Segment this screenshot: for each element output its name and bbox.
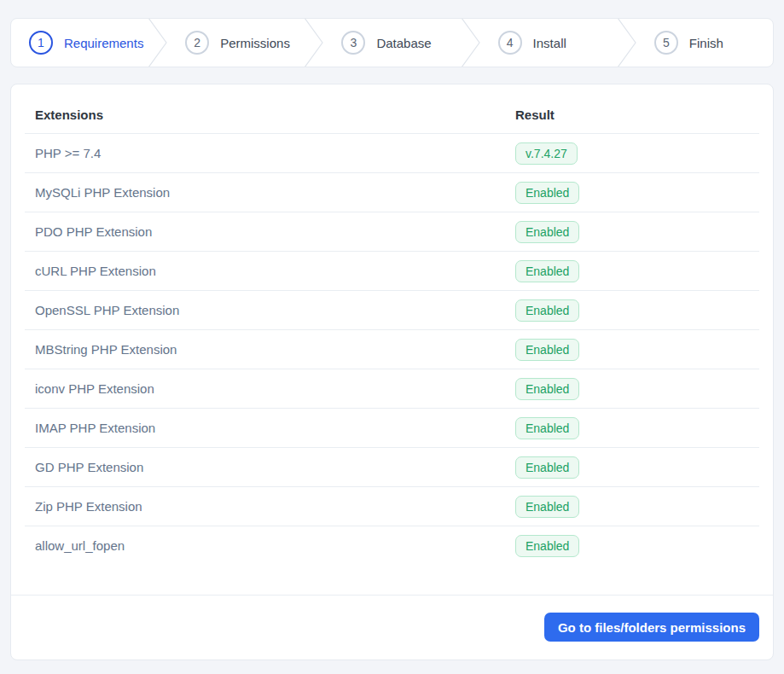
extension-name: PDO PHP Extension — [25, 212, 505, 252]
result-cell: Enabled — [505, 173, 759, 212]
extension-name: cURL PHP Extension — [25, 252, 505, 291]
chevron-separator-icon — [148, 19, 167, 67]
step-label: Database — [376, 36, 431, 50]
status-badge: Enabled — [515, 260, 579, 282]
result-cell: Enabled — [505, 526, 759, 566]
extensions-column-header: Extensions — [25, 84, 505, 134]
status-badge: Enabled — [515, 417, 579, 439]
result-cell: Enabled — [505, 291, 759, 330]
extension-name: OpenSSL PHP Extension — [25, 291, 505, 330]
extension-name: iconv PHP Extension — [25, 369, 505, 409]
status-badge: Enabled — [515, 496, 579, 518]
step-database[interactable]: 3 Database — [323, 19, 460, 67]
step-number-circle: 5 — [654, 31, 678, 55]
result-cell: Enabled — [505, 330, 759, 369]
result-cell: Enabled — [505, 369, 759, 409]
step-number-circle: 4 — [498, 31, 522, 55]
result-cell: v.7.4.27 — [505, 134, 759, 173]
result-cell: Enabled — [505, 252, 759, 291]
go-to-permissions-button[interactable]: Go to files/folders permissions — [544, 613, 759, 642]
extension-name: PHP >= 7.4 — [25, 134, 505, 173]
table-row: PDO PHP Extension Enabled — [25, 212, 759, 252]
table-row: MySQLi PHP Extension Enabled — [25, 173, 759, 212]
table-row: Zip PHP Extension Enabled — [25, 487, 759, 526]
table-row: allow_url_fopen Enabled — [25, 526, 759, 566]
step-number-circle: 3 — [341, 31, 365, 55]
table-row: GD PHP Extension Enabled — [25, 448, 759, 487]
table-row: IMAP PHP Extension Enabled — [25, 409, 759, 448]
wizard-stepper: 1 Requirements 2 Permissions 3 Database … — [10, 18, 774, 67]
result-cell: Enabled — [505, 448, 759, 487]
result-cell: Enabled — [505, 212, 759, 252]
step-label: Finish — [689, 36, 723, 50]
status-badge: Enabled — [515, 339, 579, 361]
table-row: PHP >= 7.4 v.7.4.27 — [25, 134, 759, 173]
result-cell: Enabled — [505, 409, 759, 448]
step-requirements[interactable]: 1 Requirements — [11, 19, 148, 67]
step-label: Install — [533, 36, 566, 50]
card-footer: Go to files/folders permissions — [11, 595, 773, 659]
requirements-table-wrap: Extensions Result PHP >= 7.4 v.7.4.27 My… — [11, 84, 773, 595]
result-column-header: Result — [505, 84, 759, 134]
status-badge: Enabled — [515, 456, 579, 479]
requirements-table: Extensions Result PHP >= 7.4 v.7.4.27 My… — [25, 84, 759, 566]
step-finish[interactable]: 5 Finish — [636, 19, 773, 67]
step-label: Requirements — [64, 36, 143, 50]
status-badge: v.7.4.27 — [515, 142, 578, 165]
table-row: cURL PHP Extension Enabled — [25, 252, 759, 291]
chevron-separator-icon — [304, 19, 323, 67]
step-number-circle: 2 — [185, 31, 209, 55]
step-label: Permissions — [220, 36, 290, 50]
extension-name: allow_url_fopen — [25, 526, 505, 566]
table-row: iconv PHP Extension Enabled — [25, 369, 759, 409]
table-row: MBString PHP Extension Enabled — [25, 330, 759, 369]
requirements-card: Extensions Result PHP >= 7.4 v.7.4.27 My… — [10, 84, 774, 660]
installer-page: 1 Requirements 2 Permissions 3 Database … — [0, 0, 784, 660]
extension-name: MySQLi PHP Extension — [25, 173, 505, 212]
step-number-circle: 1 — [29, 31, 53, 55]
status-badge: Enabled — [515, 535, 579, 557]
chevron-separator-icon — [617, 19, 636, 67]
step-permissions[interactable]: 2 Permissions — [167, 19, 304, 67]
status-badge: Enabled — [515, 221, 579, 243]
status-badge: Enabled — [515, 378, 579, 400]
extension-name: MBString PHP Extension — [25, 330, 505, 369]
status-badge: Enabled — [515, 299, 579, 322]
result-cell: Enabled — [505, 487, 759, 526]
extension-name: Zip PHP Extension — [25, 487, 505, 526]
step-install[interactable]: 4 Install — [480, 19, 617, 67]
extension-name: GD PHP Extension — [25, 448, 505, 487]
table-row: OpenSSL PHP Extension Enabled — [25, 291, 759, 330]
chevron-separator-icon — [461, 19, 480, 67]
status-badge: Enabled — [515, 182, 579, 204]
extension-name: IMAP PHP Extension — [25, 409, 505, 448]
